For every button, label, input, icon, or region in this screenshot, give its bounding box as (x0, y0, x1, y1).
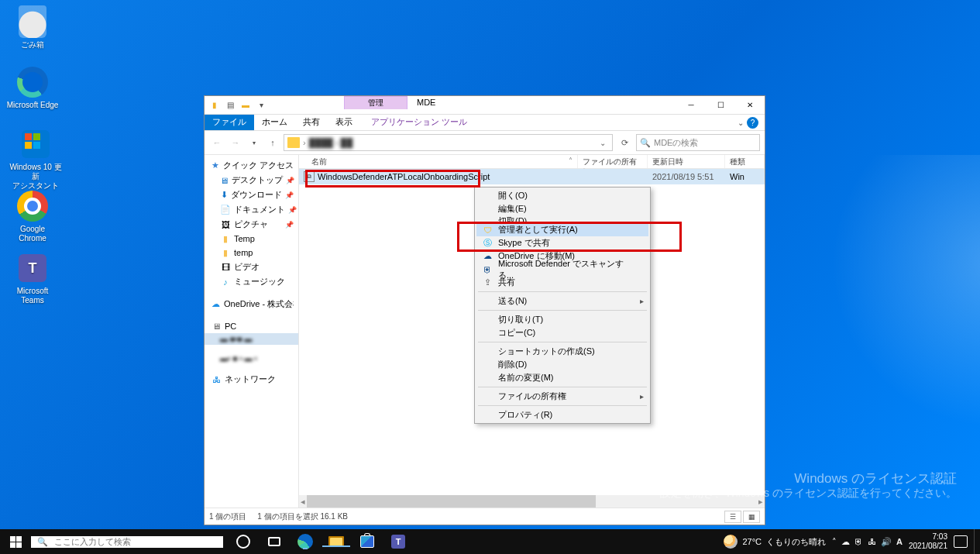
col-owner[interactable]: ファイルの所有権 (578, 155, 648, 168)
window-title: MDE (417, 98, 435, 107)
nav-network[interactable]: 🖧ネットワーク (205, 372, 298, 387)
col-name[interactable]: 名前˄ (299, 155, 578, 168)
taskbar-store[interactable] (352, 535, 383, 548)
tab-app-tools[interactable]: アプリケーション ツール (363, 115, 475, 130)
file-row[interactable]: ⧉ WindowsDefenderATPLocalOnboardingScrip… (299, 169, 765, 184)
menu-print-partial[interactable]: 切取(D) (476, 215, 648, 223)
desktop-icon-edge[interactable]: Microsoft Edge (6, 65, 59, 110)
menu-open[interactable]: 開く(O) (476, 189, 648, 202)
nav-redacted-item-2[interactable]: ▬▪ ■ ▪ ▬ ▪ (205, 353, 298, 364)
desktop-icon-teams[interactable]: T Microsoft Teams (6, 251, 59, 305)
windows-logo-icon (10, 536, 22, 548)
desktop-icon-chrome[interactable]: Google Chrome (6, 189, 59, 243)
nav-forward[interactable]: → (228, 135, 243, 150)
menu-delete[interactable]: 削除(D) (476, 358, 648, 371)
nav-history-dropdown[interactable]: ▾ (246, 135, 262, 150)
tab-view[interactable]: 表示 (328, 115, 360, 130)
folder-icon (287, 137, 300, 148)
system-tray[interactable]: ˄ ☁ ⛨ 🖧 🔊 A (832, 537, 903, 547)
taskbar-explorer[interactable] (321, 536, 352, 547)
menu-edit[interactable]: 編集(E) (476, 202, 648, 215)
nav-quick-access[interactable]: ★クイック アクセス (205, 158, 298, 173)
ime-indicator[interactable]: A (896, 537, 903, 546)
nav-music[interactable]: ♪ミュージック (205, 274, 298, 289)
col-modified[interactable]: 更新日時 (648, 155, 725, 168)
address-dropdown-icon[interactable]: ⌄ (597, 139, 609, 147)
nav-videos[interactable]: 🎞ビデオ (205, 260, 298, 274)
qat-folder[interactable]: ▬ (240, 100, 251, 111)
skype-icon: Ⓢ (481, 237, 493, 249)
menu-run-as-admin[interactable]: 🛡管理者として実行(A) (476, 223, 648, 236)
taskbar-weather[interactable]: 27°C くもりのち晴れ (724, 535, 826, 549)
context-menu: 開く(O) 編集(E) 切取(D) 🛡管理者として実行(A) ⓈSkype で共… (474, 187, 651, 424)
col-type[interactable]: 種類 (725, 155, 765, 168)
edge-icon (297, 534, 313, 549)
taskbar-search[interactable]: 🔍 ここに入力して検索 (31, 536, 223, 548)
show-desktop-button[interactable] (974, 529, 977, 554)
menu-cut[interactable]: 切り取り(T) (476, 313, 648, 326)
nav-pc[interactable]: 🖥PC (205, 319, 298, 333)
nav-redacted-item[interactable]: ▬ ■▪■ ▬ (205, 333, 298, 345)
share-icon: ⇪ (481, 277, 493, 287)
menu-copy[interactable]: コピー(C) (476, 326, 648, 339)
refresh-button[interactable]: ⟳ (616, 138, 633, 148)
search-input[interactable]: 🔍 MDEの検索 (636, 134, 760, 151)
menu-defender-scan[interactable]: ⛨Microsoft Defender でスキャンする... (476, 263, 648, 276)
close-button[interactable]: ✕ (735, 96, 765, 114)
collapse-ribbon-icon[interactable]: ⌄ (738, 119, 744, 127)
taskbar-clock[interactable]: 7:03 2021/08/21 (909, 532, 947, 551)
taskbar-teams[interactable]: T (383, 535, 414, 549)
qat-properties[interactable]: ▤ (225, 100, 236, 111)
submenu-arrow-icon: ▸ (640, 297, 644, 305)
maximize-button[interactable]: ☐ (706, 96, 735, 114)
folder-icon: ▮ (220, 233, 231, 244)
onedrive-icon: ☁ (481, 251, 493, 261)
tab-home[interactable]: ホーム (254, 115, 295, 130)
desktop-icon-recycle-bin[interactable]: ごみ箱 (6, 5, 59, 50)
action-center-button[interactable] (954, 535, 968, 548)
status-item-count: 1 個の項目 (209, 511, 246, 522)
volume-tray-icon[interactable]: 🔊 (881, 537, 892, 547)
desktop-icon: 🖥 (220, 175, 229, 186)
nav-documents[interactable]: 📄ドキュメント📌 (205, 202, 298, 217)
cortana-button[interactable] (228, 535, 259, 549)
help-icon[interactable]: ? (747, 117, 758, 129)
nav-desktop[interactable]: 🖥デスクトップ📌 (205, 173, 298, 188)
nav-temp1[interactable]: ▮Temp (205, 232, 298, 246)
menu-rename[interactable]: 名前の変更(M) (476, 371, 648, 384)
nav-downloads[interactable]: ⬇ダウンロード📌 (205, 188, 298, 202)
file-name: WindowsDefenderATPLocalOnboardingScript (318, 172, 490, 181)
menu-create-shortcut[interactable]: ショートカットの作成(S) (476, 345, 648, 358)
menu-ownership[interactable]: ファイルの所有権▸ (476, 390, 648, 403)
menu-skype-share[interactable]: ⓈSkype で共有 (476, 236, 648, 249)
nav-back[interactable]: ← (209, 135, 225, 150)
taskbar-edge[interactable] (290, 534, 321, 549)
view-large-icons-button[interactable]: ▦ (743, 511, 760, 523)
nav-temp2[interactable]: ▮temp (205, 246, 298, 260)
minimize-button[interactable]: ─ (676, 96, 706, 114)
network-tray-icon[interactable]: 🖧 (868, 537, 876, 546)
qat-dropdown-icon[interactable]: ▾ (256, 100, 266, 111)
onedrive-tray-icon[interactable]: ☁ (841, 537, 850, 547)
tray-chevron-icon[interactable]: ˄ (832, 537, 837, 547)
nav-up[interactable]: ↑ (265, 135, 280, 150)
defender-tray-icon[interactable]: ⛨ (854, 537, 863, 546)
folder-icon: ▮ (209, 100, 220, 111)
nav-pictures[interactable]: 🖼ピクチャ📌 (205, 217, 298, 232)
menu-properties[interactable]: プロパティ(R) (476, 408, 648, 422)
desktop-icon-win-update-assistant[interactable]: Windows 10 更新 アシスタント (6, 127, 65, 191)
start-button[interactable] (0, 536, 31, 548)
music-icon: ♪ (220, 277, 231, 287)
task-view-button[interactable] (259, 537, 290, 546)
menu-share[interactable]: ⇪共有 (476, 276, 648, 289)
address-input[interactable]: › ████ › ██ ⌄ (284, 134, 613, 151)
view-details-button[interactable]: ☰ (724, 511, 741, 523)
nav-onedrive[interactable]: ☁OneDrive - 株式会社 (205, 297, 298, 311)
teams-icon: T (19, 254, 46, 282)
menu-send-to[interactable]: 送る(N)▸ (476, 294, 648, 308)
tab-share[interactable]: 共有 (295, 115, 328, 130)
tab-file[interactable]: ファイル (205, 115, 254, 130)
onedrive-icon: ☁ (211, 299, 221, 310)
titlebar[interactable]: ▮ ▤ ▬ ▾ 管理 MDE ─ ☐ ✕ (205, 96, 765, 115)
edge-icon (17, 67, 48, 98)
